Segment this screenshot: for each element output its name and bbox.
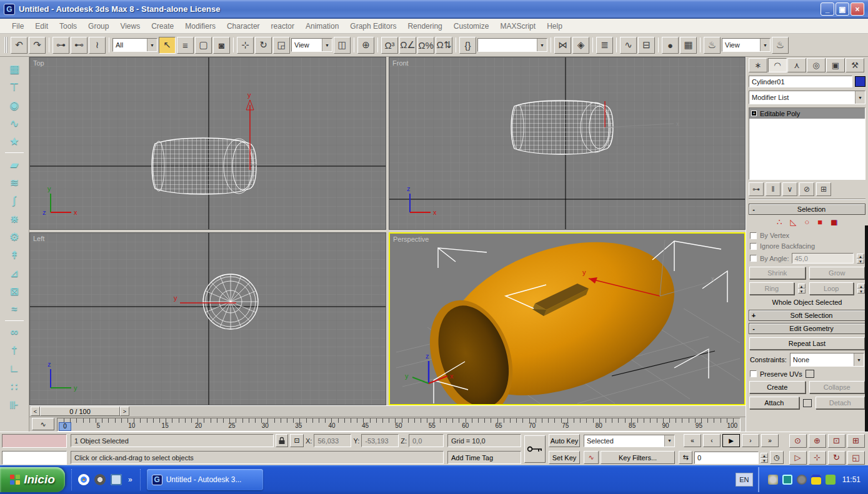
- key-filters-button[interactable]: Key Filters...: [601, 451, 675, 464]
- absolute-offset-toggle[interactable]: ⊡: [290, 434, 304, 447]
- menu-maxscript[interactable]: MAXScript: [494, 19, 541, 33]
- close-button[interactable]: ×: [851, 2, 864, 16]
- default-in-out-tangents-button[interactable]: ∿: [584, 451, 599, 464]
- viewport-label-left[interactable]: Left: [33, 235, 44, 242]
- key-filter-selected-dropdown[interactable]: Selected ▼: [584, 435, 675, 447]
- toolbar-drag-handle[interactable]: [4, 37, 7, 53]
- viewport-front[interactable]: x z x Front: [389, 57, 746, 230]
- create-hinge-constraint[interactable]: ∟: [4, 360, 25, 377]
- edit-named-selection-sets[interactable]: {}: [459, 37, 476, 54]
- quick-render[interactable]: ♨: [772, 37, 789, 54]
- selection-lock-toggle[interactable]: [276, 434, 288, 447]
- tab-display[interactable]: ▣: [826, 58, 845, 72]
- selection-filter[interactable]: All▼: [112, 38, 157, 52]
- tray-3d-app-icon[interactable]: [811, 475, 821, 485]
- menu-group[interactable]: Group: [82, 19, 114, 33]
- rollout-edit-geometry-header[interactable]: - Edit Geometry: [749, 323, 866, 334]
- expand-icon[interactable]: +: [749, 312, 758, 319]
- perspective-viewport-canvas[interactable]: y x z y x: [390, 234, 744, 404]
- collapse-icon[interactable]: -: [749, 325, 758, 332]
- material-editor[interactable]: ●: [662, 37, 679, 54]
- field-of-view[interactable]: ▷: [789, 451, 807, 465]
- set-keys-button[interactable]: [524, 435, 546, 463]
- frame-30[interactable]: 30: [259, 422, 271, 431]
- angle-snap-toggle[interactable]: Ω∠: [399, 37, 416, 54]
- edge-mode[interactable]: ◺: [790, 217, 796, 227]
- frame-90[interactable]: 90: [659, 422, 672, 431]
- render-type[interactable]: View▼: [722, 38, 771, 52]
- vertex-mode[interactable]: ∴: [777, 217, 782, 227]
- menu-character[interactable]: Character: [221, 19, 266, 33]
- create-toy-car[interactable]: ⊿: [4, 265, 25, 281]
- create-soft-body-collection[interactable]: ◉: [4, 97, 25, 113]
- tray-teal-app-icon[interactable]: [782, 475, 792, 485]
- frame-15[interactable]: 15: [159, 422, 171, 431]
- loop-spinner[interactable]: ▲▼: [857, 284, 865, 294]
- menu-reactor[interactable]: reactor: [266, 19, 300, 33]
- top-viewport-canvas[interactable]: y y x z: [30, 57, 386, 229]
- by-angle-checkbox[interactable]: [750, 255, 757, 262]
- viewport-label-top[interactable]: Top: [33, 59, 44, 67]
- frame-80[interactable]: 80: [592, 422, 605, 431]
- quick-launch-overflow[interactable]: »: [127, 475, 134, 484]
- z-coordinate-field[interactable]: 0,0: [409, 434, 444, 447]
- chrome-icon[interactable]: [78, 474, 89, 485]
- time-slider[interactable]: < 0 / 100 >: [29, 405, 746, 417]
- create-motor[interactable]: ⚙: [4, 229, 25, 245]
- maximize-viewport-toggle[interactable]: ◱: [847, 451, 865, 465]
- snaps-toggle[interactable]: Ω³: [381, 37, 398, 54]
- frame-0[interactable]: 0: [59, 422, 71, 431]
- by-angle-field[interactable]: 45,0: [792, 253, 854, 264]
- tray-gauge-icon[interactable]: [768, 475, 778, 485]
- unlink-selection[interactable]: ⊷: [71, 37, 87, 54]
- current-frame-field[interactable]: 0: [694, 452, 759, 464]
- render-scene-dialog[interactable]: ▦: [680, 37, 697, 54]
- menu-tools[interactable]: Tools: [54, 19, 82, 33]
- tab-hierarchy[interactable]: ⋏: [787, 58, 806, 72]
- remove-modifier[interactable]: ⊘: [799, 182, 814, 196]
- menu-animation[interactable]: Animation: [300, 19, 344, 33]
- frame-spinner[interactable]: ▲▼: [761, 453, 768, 463]
- pin-stack[interactable]: ⊶: [749, 182, 764, 196]
- time-slider-grip[interactable]: 0 / 100: [40, 407, 120, 416]
- object-color-swatch[interactable]: [855, 76, 866, 87]
- create-wind[interactable]: ↟: [4, 247, 25, 263]
- panel-scrollbar[interactable]: [865, 225, 868, 432]
- track-bar-ruler[interactable]: 0510152025303540455055606570758085909510…: [57, 418, 741, 432]
- polygon-mode[interactable]: ■: [817, 217, 822, 227]
- window-crossing-toggle[interactable]: ◙: [213, 37, 230, 54]
- show-end-result[interactable]: ‖: [766, 182, 781, 196]
- create-water[interactable]: ≈: [4, 301, 25, 317]
- create-toy-knot[interactable]: ∞: [4, 324, 25, 340]
- spinner-snap-toggle[interactable]: Ω⇅: [436, 37, 452, 54]
- frame-5[interactable]: 5: [92, 422, 104, 431]
- menu-graph-editors[interactable]: Graph Editors: [344, 19, 402, 33]
- zoom-extents-all[interactable]: ⊞: [847, 434, 865, 448]
- frame-95[interactable]: 95: [692, 422, 705, 431]
- create-rigid-body-collection[interactable]: ▦: [4, 61, 25, 77]
- viewport-label-front[interactable]: Front: [392, 59, 409, 67]
- menu-help[interactable]: Help: [541, 19, 568, 33]
- select-by-name[interactable]: ≡: [177, 37, 194, 54]
- language-indicator[interactable]: EN: [736, 473, 753, 487]
- time-configuration-button[interactable]: ◷: [770, 451, 784, 464]
- frame-50[interactable]: 50: [392, 422, 405, 431]
- constraints-dropdown[interactable]: None ▼: [790, 353, 864, 367]
- go-to-start[interactable]: «: [684, 434, 701, 447]
- frame-100[interactable]: 100: [726, 422, 739, 431]
- create-point-point-constraint[interactable]: ∷: [4, 378, 25, 395]
- make-unique[interactable]: ∨: [782, 182, 797, 196]
- use-pivot-point-center[interactable]: ◫: [334, 37, 351, 54]
- create-cloth-collection[interactable]: ⊤: [4, 79, 25, 95]
- viewport-perspective[interactable]: y x z y x Perspective: [389, 232, 746, 405]
- create-angular-dashpot[interactable]: ⋇: [4, 210, 25, 227]
- time-slider-next-button[interactable]: >: [120, 407, 129, 416]
- menu-rendering[interactable]: Rendering: [402, 19, 447, 33]
- window-titlebar[interactable]: G Untitled - Autodesk 3ds Max 8 - Stand-…: [0, 0, 868, 19]
- frame-60[interactable]: 60: [459, 422, 472, 431]
- frame-35[interactable]: 35: [292, 422, 305, 431]
- tray-volume-icon[interactable]: [797, 475, 807, 485]
- go-to-end[interactable]: »: [761, 434, 779, 447]
- menu-edit[interactable]: Edit: [29, 19, 54, 33]
- frame-65[interactable]: 65: [492, 422, 505, 431]
